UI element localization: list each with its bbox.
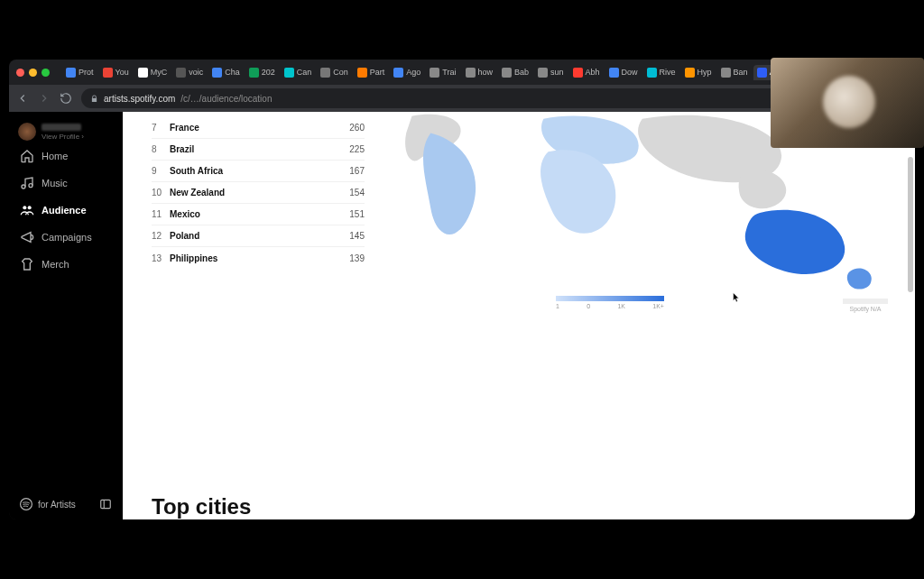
tab-label: Ban bbox=[734, 68, 748, 77]
country-name: Philippines bbox=[170, 253, 349, 263]
favicon bbox=[320, 68, 330, 78]
favicon bbox=[538, 68, 548, 78]
country-value: 225 bbox=[349, 144, 365, 154]
favicon bbox=[573, 68, 583, 78]
tab-label: You bbox=[116, 68, 129, 77]
svg-point-4 bbox=[22, 185, 25, 188]
country-row[interactable]: 11Mexico151 bbox=[152, 204, 365, 225]
browser-tab[interactable]: Can bbox=[281, 65, 316, 80]
tab-label: Con bbox=[333, 68, 348, 77]
country-rank: 8 bbox=[152, 144, 170, 154]
home-icon bbox=[20, 149, 34, 163]
browser-tab[interactable]: Ago bbox=[390, 65, 424, 80]
svg-point-6 bbox=[23, 206, 26, 209]
favicon bbox=[466, 68, 476, 78]
top-cities-title: Top cities bbox=[152, 494, 886, 519]
browser-tab[interactable]: Abh bbox=[569, 65, 604, 80]
tab-label: Rive bbox=[660, 68, 676, 77]
country-rank: 11 bbox=[152, 209, 170, 219]
main-content: ? C 7France2608Brazil2259South Africa167… bbox=[123, 112, 915, 519]
browser-tab[interactable]: Rive bbox=[643, 65, 679, 80]
browser-tab[interactable]: 202 bbox=[245, 65, 279, 80]
country-rank: 7 bbox=[152, 123, 170, 133]
forward-button[interactable] bbox=[38, 92, 51, 105]
browser-tab[interactable]: Hyp bbox=[681, 65, 716, 80]
country-value: 167 bbox=[349, 166, 365, 176]
address-bar[interactable]: artists.spotify.com/c/…/audience/locatio… bbox=[81, 88, 805, 108]
country-row[interactable]: 12Poland145 bbox=[152, 225, 365, 247]
browser-tab[interactable]: Bab bbox=[498, 65, 532, 80]
country-name: Poland bbox=[170, 231, 349, 241]
spotify-for-artists-logo[interactable]: for Artists bbox=[20, 498, 76, 510]
spotify-artists-app: View Profile › HomeMusicAudienceCampaign… bbox=[9, 112, 915, 519]
country-name: Brazil bbox=[170, 144, 349, 154]
svg-point-7 bbox=[28, 206, 32, 209]
sidebar-item-music[interactable]: Music bbox=[9, 170, 123, 197]
browser-tab[interactable]: Con bbox=[317, 65, 352, 80]
url-host: artists.spotify.com bbox=[104, 94, 175, 104]
country-value: 145 bbox=[349, 231, 365, 241]
sidebar-profile[interactable]: View Profile › bbox=[9, 119, 123, 142]
sidebar-item-label: Home bbox=[42, 151, 68, 161]
artist-name-redacted bbox=[42, 124, 81, 131]
window-controls[interactable] bbox=[16, 69, 50, 77]
sidebar-item-audience[interactable]: Audience bbox=[9, 197, 123, 224]
tab-label: Bab bbox=[514, 68, 529, 77]
minimize-window-icon[interactable] bbox=[29, 69, 37, 77]
tab-label: voic bbox=[189, 68, 203, 77]
favicon bbox=[685, 68, 695, 78]
sidebar-item-campaigns[interactable]: Campaigns bbox=[9, 224, 123, 251]
country-row[interactable]: 9South Africa167 bbox=[152, 161, 365, 182]
browser-tab[interactable]: Ban bbox=[717, 65, 752, 80]
view-profile-link[interactable]: View Profile › bbox=[42, 133, 84, 141]
favicon bbox=[721, 68, 731, 78]
tab-label: MyC bbox=[151, 68, 168, 77]
browser-tab[interactable]: Trai bbox=[426, 65, 459, 80]
country-rank: 10 bbox=[152, 188, 170, 198]
tab-label: Ago bbox=[406, 68, 420, 77]
merch-icon bbox=[20, 257, 34, 271]
favicon bbox=[66, 68, 76, 78]
browser-tab[interactable]: voic bbox=[172, 65, 207, 80]
tab-label: Cha bbox=[225, 68, 240, 77]
browser-tab[interactable]: sun bbox=[534, 65, 568, 80]
country-value: 260 bbox=[349, 123, 365, 133]
reload-button[interactable] bbox=[60, 92, 72, 105]
country-row[interactable]: 7France260 bbox=[152, 117, 365, 139]
collapse-sidebar-icon[interactable] bbox=[99, 498, 112, 510]
svg-rect-9 bbox=[101, 500, 111, 508]
tab-label: Prot bbox=[79, 68, 94, 77]
favicon bbox=[176, 68, 186, 78]
tab-label: Hyp bbox=[698, 68, 712, 77]
close-window-icon[interactable] bbox=[16, 69, 24, 77]
country-rank: 9 bbox=[152, 166, 170, 176]
browser-tab[interactable]: Cha bbox=[208, 65, 244, 80]
browser-tab[interactable]: MyC bbox=[134, 65, 171, 80]
favicon bbox=[647, 68, 657, 78]
country-row[interactable]: 8Brazil225 bbox=[152, 139, 365, 161]
sidebar-item-merch[interactable]: Merch bbox=[9, 251, 123, 278]
tab-label: Dow bbox=[622, 68, 638, 77]
maximize-window-icon[interactable] bbox=[42, 69, 50, 77]
sidebar-item-home[interactable]: Home bbox=[9, 142, 123, 170]
country-name: South Africa bbox=[170, 166, 349, 176]
browser-tab[interactable]: Part bbox=[354, 65, 389, 80]
music-icon bbox=[20, 176, 34, 190]
back-button[interactable] bbox=[16, 92, 29, 105]
country-row[interactable]: 10New Zealand154 bbox=[152, 182, 365, 204]
browser-tab[interactable]: Dow bbox=[605, 65, 642, 80]
favicon bbox=[284, 68, 294, 78]
sidebar: View Profile › HomeMusicAudienceCampaign… bbox=[9, 112, 123, 519]
browser-tab[interactable]: You bbox=[99, 65, 133, 80]
scrollbar[interactable] bbox=[908, 157, 913, 292]
browser-tab[interactable]: how bbox=[462, 65, 497, 80]
favicon bbox=[757, 68, 767, 78]
country-row[interactable]: 13Philippines139 bbox=[152, 247, 365, 269]
country-name: France bbox=[170, 123, 349, 133]
country-value: 151 bbox=[349, 209, 365, 219]
country-value: 139 bbox=[349, 253, 365, 263]
countries-table: 7France2608Brazil2259South Africa16710Ne… bbox=[152, 117, 365, 269]
browser-tab[interactable]: Prot bbox=[62, 65, 97, 80]
tab-label: how bbox=[478, 68, 494, 77]
favicon bbox=[609, 68, 619, 78]
